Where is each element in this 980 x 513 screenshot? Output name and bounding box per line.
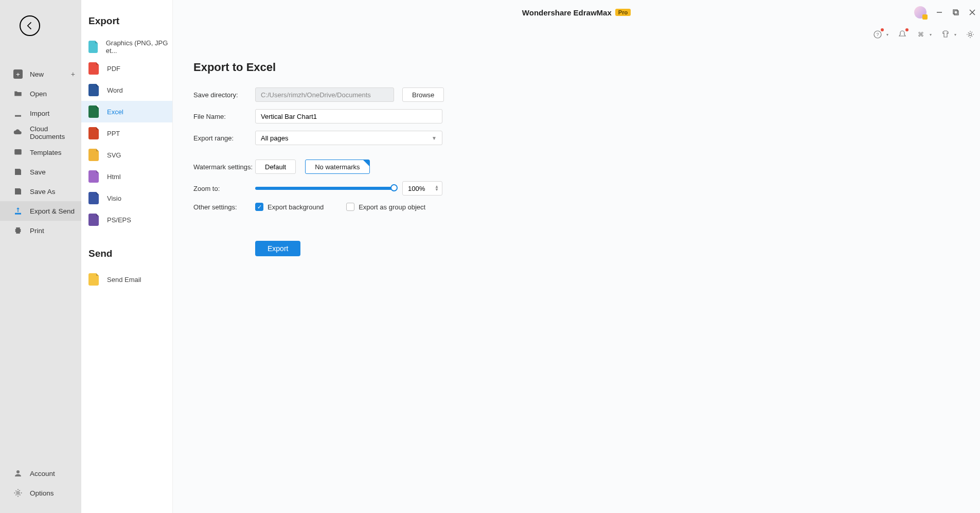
format-label: SVG [107, 151, 121, 159]
nav-new[interactable]: + New + [0, 64, 81, 84]
nav-account[interactable]: Account [0, 464, 81, 483]
nav-open[interactable]: Open [0, 84, 81, 103]
zoom-spinbox[interactable]: 100% ▲▼ [402, 181, 442, 196]
minimize-icon[interactable] [936, 9, 943, 16]
label-zoom: Zoom to: [193, 185, 255, 192]
watermark-none-button[interactable]: No watermarks [305, 160, 369, 174]
format-excel[interactable]: Excel [81, 101, 172, 122]
nav-import[interactable]: Import [0, 103, 81, 123]
save-directory-input [255, 87, 394, 102]
svg-point-2 [17, 492, 20, 494]
arrow-left-icon [25, 21, 35, 31]
chevron-down-icon[interactable]: ▾ [930, 32, 932, 37]
ppt-file-icon [88, 127, 99, 139]
section-title-send: Send [81, 243, 172, 269]
settings-icon[interactable] [966, 30, 975, 39]
export-format-sidebar: Export Graphics (PNG, JPG et... PDF Word… [81, 0, 173, 513]
label-other-settings: Other settings: [193, 203, 255, 211]
select-value: All pages [261, 134, 288, 142]
chevron-down-icon[interactable]: ▾ [954, 32, 956, 37]
zoom-slider[interactable] [255, 187, 394, 190]
folder-icon [13, 89, 23, 98]
format-label: Html [107, 173, 121, 181]
checkbox-checked-icon: ✓ [255, 203, 263, 211]
keyboard-icon[interactable]: ⌘ [916, 30, 925, 39]
send-email[interactable]: Send Email [81, 269, 172, 290]
format-label: Send Email [107, 276, 141, 284]
nav-save-as[interactable]: Save As [0, 182, 81, 201]
new-add-icon[interactable]: + [71, 70, 75, 78]
chevron-down-icon[interactable]: ▾ [886, 32, 888, 37]
export-group-object-checkbox[interactable]: Export as group object [346, 203, 425, 211]
templates-icon [13, 148, 23, 157]
format-label: Excel [107, 108, 123, 116]
pdf-file-icon [88, 62, 99, 75]
nav-save[interactable]: Save [0, 162, 81, 182]
row-export-button: Export [193, 218, 980, 256]
row-export-range: Export range: All pages ▼ [193, 131, 980, 145]
nav-export-send[interactable]: Export & Send [0, 201, 81, 221]
avatar[interactable] [914, 6, 926, 19]
checkbox-label: Export as group object [359, 203, 425, 211]
format-label: Graphics (PNG, JPG et... [106, 39, 172, 55]
primary-nav-footer: Account Options [0, 464, 81, 503]
close-icon[interactable] [969, 9, 976, 16]
svg-point-1 [16, 470, 20, 473]
notification-dot [881, 28, 884, 31]
nav-cloud-documents[interactable]: Cloud Documents [0, 123, 81, 143]
caret-down-icon: ▼ [432, 135, 437, 141]
primary-nav-list: + New + Open Import Cloud Documents Temp… [0, 64, 81, 464]
format-pseps[interactable]: PS/EPS [81, 209, 172, 231]
watermark-default-button[interactable]: Default [255, 160, 296, 174]
tshirt-icon[interactable] [941, 30, 950, 39]
nav-label: Templates [30, 149, 62, 156]
save-icon [13, 167, 23, 176]
label-save-directory: Save directory: [193, 91, 255, 99]
save-as-icon [13, 187, 23, 196]
format-word[interactable]: Word [81, 79, 172, 101]
watermark-toggle-group: Default No watermarks [255, 160, 370, 174]
svg-point-8 [969, 33, 972, 36]
pro-badge: Pro [615, 9, 631, 16]
format-ppt[interactable]: PPT [81, 122, 172, 144]
format-svg[interactable]: SVG [81, 144, 172, 166]
maximize-icon[interactable] [952, 9, 959, 16]
nav-print[interactable]: Print [0, 221, 81, 240]
export-button[interactable]: Export [255, 241, 300, 256]
checkbox-label: Export background [268, 203, 324, 211]
spinbox-arrows[interactable]: ▲▼ [435, 185, 439, 191]
export-background-checkbox[interactable]: ✓ Export background [255, 203, 324, 211]
format-pdf[interactable]: PDF [81, 58, 172, 79]
nav-label: Save [30, 168, 46, 176]
main-content: Wondershare EdrawMax Pro ? ▾ ⌘ ▾ ▾ Expor… [173, 0, 980, 513]
import-icon [13, 109, 23, 118]
window-controls [914, 0, 976, 25]
nav-label: New [30, 70, 44, 78]
section-title-export: Export [81, 10, 172, 36]
nav-label: Open [30, 90, 47, 98]
format-visio[interactable]: Visio [81, 187, 172, 209]
browse-button[interactable]: Browse [402, 87, 444, 102]
format-graphics[interactable]: Graphics (PNG, JPG et... [81, 36, 172, 58]
panel-title: Export to Excel [193, 61, 980, 74]
format-html[interactable]: Html [81, 166, 172, 187]
excel-file-icon [88, 105, 99, 118]
help-icon[interactable]: ? [873, 30, 882, 39]
back-button[interactable] [20, 15, 40, 36]
zoom-value: 100% [408, 185, 425, 192]
format-label: PPT [107, 130, 120, 137]
nav-label: Options [30, 489, 54, 497]
bell-icon[interactable] [898, 30, 907, 39]
export-icon [13, 206, 23, 216]
export-range-select[interactable]: All pages ▼ [255, 131, 442, 145]
nav-options[interactable]: Options [0, 483, 81, 503]
nav-label: Account [30, 470, 55, 477]
label-file-name: File Name: [193, 113, 255, 120]
slider-thumb[interactable] [390, 184, 398, 191]
svg-text:?: ? [876, 32, 879, 37]
gear-icon [13, 488, 23, 498]
file-name-input[interactable] [255, 109, 442, 123]
checkbox-unchecked-icon [346, 203, 354, 211]
svg-rect-4 [954, 11, 958, 15]
nav-templates[interactable]: Templates [0, 143, 81, 162]
